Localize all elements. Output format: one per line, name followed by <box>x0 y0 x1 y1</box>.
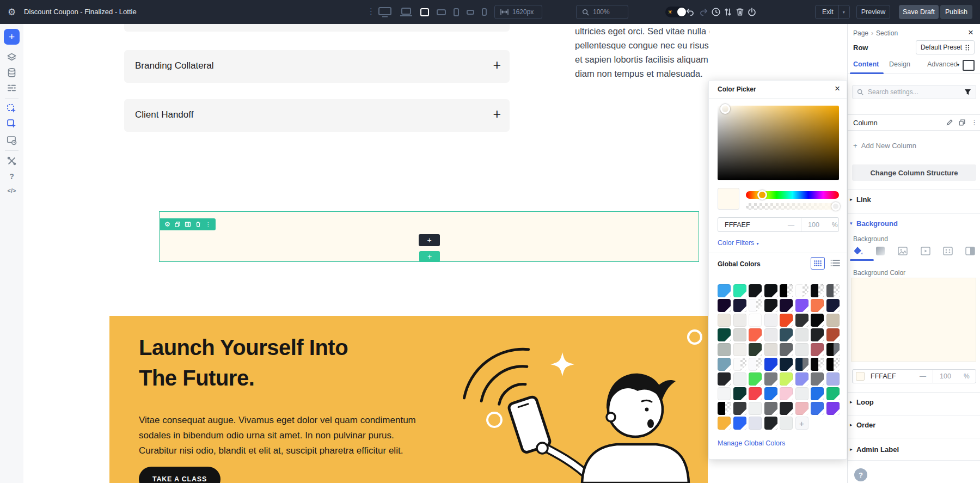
accordion-item-partial[interactable] <box>124 24 510 32</box>
color-filters-link[interactable]: Color Filters▾ <box>718 239 758 247</box>
saturation-handle[interactable] <box>720 104 730 114</box>
take-a-class-button[interactable]: TAKE A CLASS <box>139 467 220 483</box>
preview-button[interactable]: Preview <box>856 5 890 19</box>
breadcrumb-page[interactable]: Page <box>853 29 868 37</box>
power-icon[interactable] <box>747 7 757 17</box>
panel-close-icon[interactable]: × <box>968 27 973 38</box>
theme-mode-toggle[interactable]: ☀ <box>665 7 687 17</box>
edit-pencil-icon[interactable] <box>946 119 953 126</box>
global-color-swatch[interactable] <box>764 358 777 371</box>
global-color-swatch[interactable] <box>780 402 793 415</box>
canvas-width-input[interactable]: 1620px <box>494 5 542 19</box>
opacity-slider[interactable] <box>746 203 839 210</box>
columns-icon[interactable] <box>185 221 191 228</box>
delete-section-icon[interactable] <box>195 221 201 228</box>
global-color-swatch[interactable] <box>780 387 793 400</box>
help-button[interactable]: ? <box>854 468 867 481</box>
global-color-swatch[interactable] <box>718 387 731 400</box>
global-color-swatch[interactable] <box>780 417 793 430</box>
global-color-swatch[interactable] <box>733 387 746 400</box>
background-overlay-icon[interactable] <box>964 245 976 257</box>
default-preset-button[interactable]: Default Preset <box>916 40 975 54</box>
code-icon[interactable]: </> <box>0 187 23 194</box>
global-color-swatch[interactable] <box>749 284 762 297</box>
global-color-swatch[interactable] <box>733 417 746 430</box>
global-color-swatch[interactable] <box>764 343 777 356</box>
global-color-swatch[interactable] <box>718 417 731 430</box>
global-color-swatch[interactable] <box>780 372 793 386</box>
global-color-swatch[interactable] <box>795 328 808 341</box>
global-color-swatch[interactable] <box>764 314 777 327</box>
global-color-swatch[interactable] <box>749 387 762 400</box>
breadcrumb-section[interactable]: Section <box>876 29 898 37</box>
history-clock-icon[interactable] <box>711 7 721 17</box>
global-color-swatch[interactable] <box>718 343 731 356</box>
global-color-swatch[interactable] <box>733 284 746 297</box>
global-color-swatch[interactable] <box>811 358 824 371</box>
global-color-swatch[interactable] <box>795 372 808 386</box>
global-color-swatch[interactable] <box>733 372 746 386</box>
tab-design[interactable]: Design <box>889 60 910 68</box>
global-color-swatch[interactable] <box>733 299 746 312</box>
global-color-swatch[interactable] <box>780 328 793 341</box>
global-color-swatch[interactable] <box>780 299 793 312</box>
desktop-device-icon[interactable] <box>378 7 392 17</box>
global-color-swatch[interactable] <box>718 358 731 371</box>
global-color-swatch[interactable] <box>718 299 731 312</box>
mini-color-swatch[interactable] <box>856 372 865 381</box>
background-classic-icon[interactable] <box>852 245 864 257</box>
background-color-preview[interactable] <box>851 278 976 362</box>
add-element-button[interactable]: + <box>4 29 20 45</box>
search-settings-input[interactable] <box>867 88 961 96</box>
global-color-swatch[interactable] <box>749 328 762 341</box>
global-color-swatch[interactable] <box>733 314 746 327</box>
global-color-swatch[interactable] <box>811 372 824 386</box>
section-admin-label[interactable]: ▸ Admin Label <box>848 438 980 461</box>
add-section-button[interactable]: + <box>419 251 440 262</box>
background-hex-input[interactable] <box>869 372 918 381</box>
global-color-swatch[interactable] <box>780 314 793 327</box>
global-color-swatch[interactable] <box>764 402 777 415</box>
global-color-swatch[interactable] <box>795 387 808 400</box>
global-color-swatch[interactable] <box>733 328 746 341</box>
global-color-swatch[interactable] <box>795 284 808 297</box>
opacity-slider-handle[interactable] <box>831 202 840 211</box>
tabs-chevron-down-icon[interactable]: ▾ <box>957 62 959 68</box>
tab-advanced[interactable]: Advanced <box>927 60 958 68</box>
filter-funnel-icon[interactable] <box>964 89 971 95</box>
tablet-device-icon-active[interactable] <box>420 8 429 16</box>
background-video-icon[interactable] <box>920 245 932 257</box>
global-color-swatch[interactable] <box>764 328 777 341</box>
laptop-device-icon[interactable] <box>400 7 413 17</box>
accordion-expand-icon[interactable]: + <box>493 106 501 122</box>
global-color-swatch[interactable] <box>826 314 840 327</box>
select-element-alt-icon[interactable] <box>7 119 17 129</box>
duplicate-icon[interactable] <box>174 221 181 228</box>
global-color-swatch[interactable] <box>733 402 746 415</box>
tools-icon[interactable] <box>7 156 17 166</box>
add-global-color-button[interactable]: + <box>795 417 808 430</box>
global-color-swatch[interactable] <box>826 328 840 341</box>
global-color-swatch[interactable] <box>718 328 731 341</box>
page-history-icon[interactable] <box>7 135 17 145</box>
mobile-device-icon[interactable] <box>454 8 459 16</box>
mobile-landscape-device-icon[interactable] <box>467 10 474 15</box>
background-image-icon[interactable] <box>897 245 909 257</box>
search-settings-box[interactable] <box>852 85 976 99</box>
section-loop[interactable]: ▸ Loop <box>848 392 980 411</box>
exit-caret-icon[interactable]: ▾ <box>838 5 845 19</box>
help-icon[interactable]: ? <box>0 172 23 181</box>
save-draft-button[interactable]: Save Draft <box>899 5 939 19</box>
global-color-swatch[interactable] <box>764 299 777 312</box>
global-color-swatch[interactable] <box>811 387 824 400</box>
change-column-structure-button[interactable]: Change Column Structure <box>852 164 976 181</box>
select-element-icon[interactable] <box>7 103 17 114</box>
global-color-swatch[interactable] <box>826 402 840 415</box>
tablet-landscape-device-icon[interactable] <box>437 9 446 15</box>
global-color-swatch[interactable] <box>764 372 777 386</box>
section-background[interactable]: ▾ Background <box>848 213 980 233</box>
global-color-swatch[interactable] <box>811 284 824 297</box>
opacity-input[interactable] <box>807 221 828 229</box>
publish-button[interactable]: Publish <box>940 5 972 19</box>
drag-handle-icon[interactable]: ⋮ <box>367 7 376 16</box>
